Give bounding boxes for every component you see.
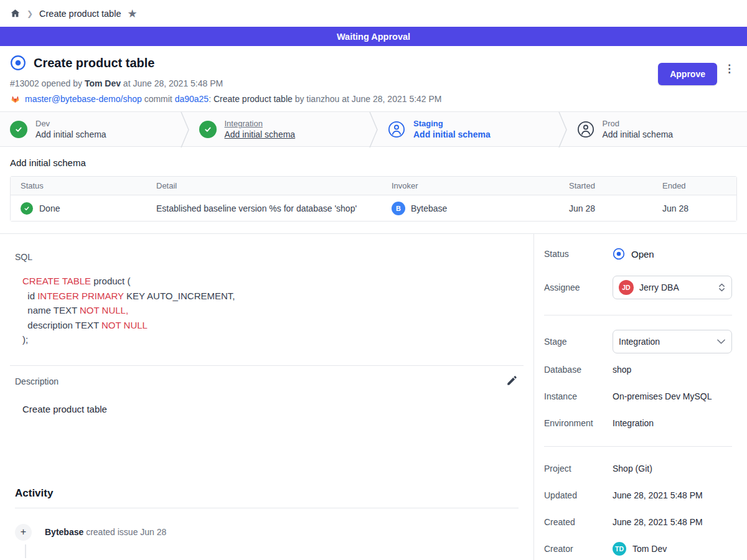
- issue-id: #13002: [10, 78, 39, 88]
- creator-value: Tom Dev: [632, 544, 667, 554]
- page-title: Create product table: [34, 56, 154, 70]
- issue-header: Create product table #13002 opened by To…: [0, 46, 747, 111]
- assignee-label: Assignee: [544, 282, 613, 292]
- jerry-avatar: JD: [619, 280, 634, 295]
- database-value[interactable]: shop: [613, 365, 631, 375]
- stage-label: Stage: [544, 337, 613, 347]
- activity-action: created issue Jun 28: [83, 527, 166, 537]
- chevron-down-icon: [717, 339, 725, 344]
- tom-avatar: TD: [613, 542, 626, 556]
- description-text: Create product table: [22, 404, 519, 414]
- stage-separator: [369, 112, 378, 146]
- bytebase-avatar: B: [392, 202, 405, 215]
- chevron-right-icon: ❯: [27, 9, 33, 18]
- project-label: Project: [544, 464, 613, 474]
- issue-sidebar: Status Open Assignee JD Jerry DBA Stage …: [534, 234, 747, 560]
- approve-button[interactable]: Approve: [658, 63, 717, 85]
- pipeline-stage-dev[interactable]: DevAdd initial schema: [0, 112, 181, 146]
- open-status-icon: [613, 248, 625, 260]
- stage-pending-person-icon: [577, 121, 594, 138]
- task-invoker: Bytebase: [411, 203, 447, 213]
- favorite-star-icon[interactable]: ★: [127, 8, 137, 19]
- more-options-icon[interactable]: ⋮: [724, 67, 735, 72]
- issue-open-icon: [10, 55, 26, 71]
- activity-actor: Bytebase: [45, 527, 83, 537]
- branch-link[interactable]: master@bytebase-demo/shop: [25, 94, 142, 104]
- banner-text: Waiting Approval: [337, 32, 410, 42]
- stage-separator: [181, 112, 189, 146]
- main-content: SQL CREATE TABLE product ( id INTEGER PR…: [0, 234, 534, 560]
- task-ended: Jun 28: [652, 203, 736, 213]
- task-status: Done: [39, 203, 60, 213]
- edit-pencil-icon[interactable]: [506, 375, 517, 388]
- col-ended: Ended: [652, 181, 736, 190]
- done-check-icon: [21, 202, 33, 215]
- commit-line: master@bytebase-demo/shop commit da90a25…: [10, 94, 737, 104]
- assignee-value: Jerry DBA: [639, 282, 713, 292]
- col-invoker: Invoker: [382, 181, 559, 190]
- task-section: Add initial schema Status Detail Invoker…: [0, 157, 747, 222]
- status-banner: Waiting Approval: [0, 27, 747, 46]
- updown-chevron-icon: [718, 282, 725, 292]
- divider: [15, 508, 519, 508]
- home-icon[interactable]: [10, 8, 21, 19]
- status-label: Status: [544, 249, 613, 259]
- environment-label: Environment: [544, 418, 613, 428]
- updated-value: June 28, 2021 5:48 PM: [613, 490, 703, 500]
- stage-done-icon: [10, 121, 27, 138]
- issue-author: Tom Dev: [85, 78, 121, 88]
- pipeline-stage-staging[interactable]: StagingAdd initial schema: [378, 112, 558, 146]
- table-row: Done Established baseline version %s for…: [11, 195, 736, 221]
- pipeline-stage-prod[interactable]: ProdAdd initial schema: [567, 112, 747, 146]
- col-status: Status: [11, 181, 146, 190]
- created-value: June 28, 2021 5:48 PM: [613, 517, 703, 527]
- pipeline-stage-integration[interactable]: IntegrationAdd initial schema: [189, 112, 370, 146]
- description-label: Description: [15, 376, 59, 386]
- issue-meta: #13002 opened by Tom Dev at June 28, 202…: [10, 78, 737, 88]
- sql-code: CREATE TABLE product ( id INTEGER PRIMAR…: [22, 274, 519, 347]
- breadcrumb-title: Create product table: [39, 9, 121, 19]
- stage-select[interactable]: Integration: [613, 330, 732, 353]
- task-detail: Established baseline version %s for data…: [146, 203, 382, 213]
- col-started: Started: [559, 181, 652, 190]
- instance-label: Instance: [544, 391, 613, 401]
- status-value: Open: [631, 249, 654, 259]
- assignee-select[interactable]: JD Jerry DBA: [613, 276, 732, 299]
- task-heading: Add initial schema: [10, 157, 737, 168]
- commit-hash-link[interactable]: da90a25: [175, 94, 209, 104]
- updated-label: Updated: [544, 490, 613, 500]
- stage-value: Integration: [619, 337, 712, 347]
- divider: [10, 365, 524, 366]
- plus-icon: +: [15, 524, 32, 541]
- sidebar-divider: [544, 315, 732, 315]
- stage-pending-person-icon: [388, 121, 405, 138]
- project-value[interactable]: Shop (Git): [613, 464, 652, 474]
- commit-message: Create product table: [214, 94, 293, 104]
- col-detail: Detail: [146, 181, 382, 190]
- activity-timeline-line: [25, 544, 26, 558]
- environment-value[interactable]: Integration: [613, 418, 654, 428]
- activity-heading: Activity: [15, 487, 519, 500]
- activity-item: + Bytebase created issue Jun 28: [15, 524, 519, 541]
- task-started: Jun 28: [559, 203, 652, 213]
- stage-done-icon: [199, 121, 217, 138]
- creator-label: Creator: [544, 544, 613, 554]
- breadcrumb: ❯ Create product table ★: [0, 0, 747, 27]
- stage-pipeline: DevAdd initial schema IntegrationAdd ini…: [0, 111, 747, 147]
- sql-label: SQL: [15, 252, 519, 262]
- stage-separator: [558, 112, 567, 146]
- database-label: Database: [544, 365, 613, 375]
- gitlab-icon: [10, 94, 21, 104]
- task-table: Status Detail Invoker Started Ended Done…: [10, 176, 737, 222]
- instance-value[interactable]: On-premises Dev MySQL: [613, 391, 712, 401]
- sidebar-divider: [544, 446, 732, 447]
- created-label: Created: [544, 517, 613, 527]
